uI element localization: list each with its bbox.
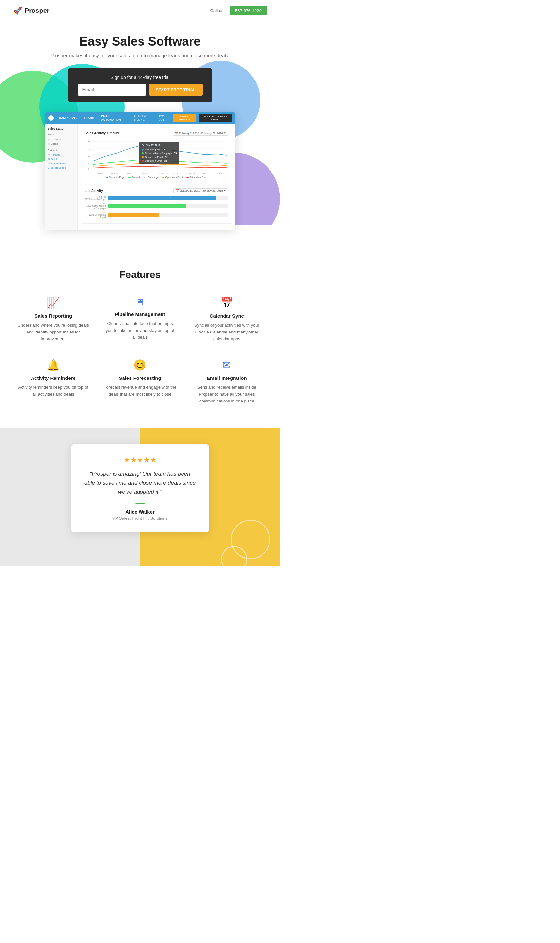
feature-name-sales-reporting: Sales Reporting [16, 313, 90, 319]
line-chart-area: 250 150 100 50 0 [85, 138, 228, 171]
bar-chart-area: 5.57%2770 Viewed a Page 3.75%1823 Conver… [85, 196, 228, 218]
svg-point-10 [142, 144, 143, 146]
phone-button[interactable]: 567-876-1229 [230, 6, 267, 15]
bar-row-3: 2.53%1235 Opened an Email [85, 211, 228, 218]
chart-legend: Viewed a Page Converted on a Campaign Op… [85, 176, 228, 178]
sidebar-actions: Actions ✏ Rename 🗑 Delete ↗ Export Leads… [48, 148, 75, 170]
nav-right: Call us: 567-876-1229 [211, 6, 267, 15]
actions-label: Actions [48, 148, 75, 151]
action-delete[interactable]: 🗑 Delete [48, 157, 75, 161]
line-chart-box: Sales Acitivty Timeline 📅 February 7, 20… [81, 127, 232, 182]
navbar: 🚀 Prosper Call us: 567-876-1229 [0, 0, 280, 22]
hero-subtitle: Prosper makes it easy for your sales tea… [50, 52, 229, 58]
bar-track-1 [108, 196, 228, 200]
testimonial-role: VP Sales, Front I.T. Solutions [85, 516, 196, 521]
hero-title: Easy Sales Software [50, 34, 229, 49]
dash-nav-right: PLANS & BILLING JOE DOE REFER FRIENDS BO… [134, 114, 232, 122]
bar-chart-title: List Activity [85, 189, 103, 193]
testimonial-divider [135, 503, 145, 504]
feature-sales-reporting: 📈 Sales Reporting Understand where you'r… [13, 293, 93, 346]
dash-nav-billing[interactable]: PLANS & BILLING [134, 115, 155, 121]
signup-form: START FREE TRIAL [78, 84, 203, 96]
line-chart-svg: 250 150 100 50 0 [85, 138, 228, 171]
bar-chart-box: List Activity 📅 January 11, 2018 - Janua… [81, 185, 232, 224]
testimonial-name: Alice Walker [85, 509, 196, 514]
signup-box: Sign up for a 14-day free trial START FR… [68, 68, 212, 102]
contacts-icon [48, 139, 49, 140]
testimonial-stars: ★★★★★ [85, 456, 196, 464]
dash-nav-user[interactable]: JOE DOE [158, 115, 170, 121]
testimonial-card: ★★★★★ "Prosper is amazing! Our team has … [71, 444, 209, 532]
svg-text:150: 150 [87, 148, 90, 150]
hero-text: Easy Sales Software Prosper makes it eas… [44, 22, 236, 68]
feature-name-email-integration: Email Integration [190, 375, 264, 381]
feature-desc-email-integration: Send and receive emails inside Propser t… [190, 384, 264, 404]
sales-forecasting-icon: 😊 [103, 359, 177, 371]
dashboard-screenshot: CAMPAIGNS LEADS EMAIL AUTOMATION PLANS &… [45, 112, 235, 230]
feature-activity-reminders: 🔔 Activity Reminders Activity reminders … [13, 355, 93, 408]
call-us-label: Call us: [211, 8, 225, 13]
svg-point-11 [154, 160, 156, 162]
trial-button[interactable]: START FREE TRIAL [149, 84, 203, 96]
signup-label: Sign up for a 14-day free trial [78, 74, 203, 80]
logo: 🚀 Prosper [13, 6, 49, 15]
dash-nav-leads[interactable]: LEADS [82, 115, 96, 120]
sales-reporting-icon: 📈 [16, 297, 90, 309]
dashboard-body: Sales Stats Stats Contacts Leads Actions… [45, 124, 235, 230]
feature-email-integration: ✉ Email Integration Send and receive ema… [187, 355, 267, 408]
feature-sales-forecasting: 😊 Sales Forecasting Forecast revenue and… [100, 355, 180, 408]
line-chart-title: Sales Acitivty Timeline [85, 131, 120, 135]
logo-text: Prosper [25, 7, 49, 14]
bar-fill-1 [108, 196, 216, 200]
svg-text:50: 50 [87, 162, 89, 164]
sidebar-title: Sales Stats [48, 127, 75, 130]
sidebar-contacts[interactable]: Contacts [48, 137, 75, 142]
line-chart-header: Sales Acitivty Timeline 📅 February 7, 20… [85, 131, 228, 136]
bar-fill-3 [108, 213, 158, 217]
dash-refer-btn[interactable]: REFER FRIENDS [173, 114, 196, 122]
sidebar-leads[interactable]: Leads [48, 142, 75, 146]
sidebar-section-stats: Stats [48, 133, 75, 136]
feature-desc-pipeline: Clear, visual interface that prompts you… [103, 320, 177, 341]
bar-label-2: 3.75%1823 Converted on a Campaign [85, 202, 106, 209]
action-rename[interactable]: ✏ Rename [48, 153, 75, 157]
feature-name-pipeline: Pipeline Management [103, 312, 177, 317]
bar-chart-header: List Activity 📅 January 11, 2018 - Janua… [85, 188, 228, 193]
activity-reminders-icon: 🔔 [16, 359, 90, 371]
testimonial-section: ★★★★★ "Prosper is amazing! Our team has … [0, 428, 280, 566]
email-input[interactable] [78, 84, 146, 96]
bar-label-1: 5.57%2770 Viewed a Page [85, 196, 106, 201]
line-chart-datepicker[interactable]: 📅 February 7, 2018 - February 21, 2018 ▼ [173, 131, 228, 136]
svg-text:0: 0 [88, 168, 89, 170]
pipeline-icon: 🖥 [103, 297, 177, 307]
feature-desc-calendar-sync: Sync all of your activities with your Go… [190, 322, 264, 343]
action-import[interactable]: ↙ Import Leads [48, 165, 75, 170]
feature-pipeline: 🖥 Pipeline Management Clear, visual inte… [100, 293, 180, 346]
bar-row-2: 3.75%1823 Converted on a Campaign [85, 202, 228, 209]
dashboard-sidebar: Sales Stats Stats Contacts Leads Actions… [45, 124, 78, 230]
calendar-sync-icon: 📅 [190, 297, 264, 309]
logo-icon: 🚀 [13, 6, 22, 15]
leads-icon [48, 143, 49, 145]
bar-chart-datepicker[interactable]: 📅 January 11, 2018 - January 25, 2018 ▼ [173, 188, 228, 193]
svg-text:250: 250 [87, 140, 90, 143]
feature-desc-sales-reporting: Understand where you're losing deals and… [16, 322, 90, 343]
feature-desc-sales-forecasting: Forecast revenue and engage with the dea… [103, 384, 177, 398]
dash-book-btn[interactable]: BOOK YOUR FREE DEMO [198, 114, 232, 122]
bar-label-3: 2.53%1235 Opened an Email [85, 211, 106, 218]
feature-name-calendar-sync: Calendar Sync [190, 313, 264, 319]
feature-calendar-sync: 📅 Calendar Sync Sync all of your activit… [187, 293, 267, 346]
action-export[interactable]: ↗ Export Leads [48, 161, 75, 165]
dash-logo [48, 115, 54, 120]
dashboard-main: Sales Acitivty Timeline 📅 February 7, 20… [78, 124, 235, 230]
bar-fill-2 [108, 204, 186, 208]
feature-desc-activity-reminders: Activity reminders keep you on top of al… [16, 384, 90, 398]
email-integration-icon: ✉ [190, 359, 264, 371]
dash-nav-campaigns[interactable]: CAMPAIGNS [57, 115, 78, 120]
bar-track-3 [108, 213, 228, 217]
svg-text:100: 100 [87, 156, 90, 158]
dash-nav-email[interactable]: EMAIL AUTOMATION [100, 114, 130, 122]
hero-section: Easy Sales Software Prosper makes it eas… [0, 22, 280, 249]
hero-content: Easy Sales Software Prosper makes it eas… [0, 22, 280, 230]
bar-row-1: 5.57%2770 Viewed a Page [85, 196, 228, 201]
